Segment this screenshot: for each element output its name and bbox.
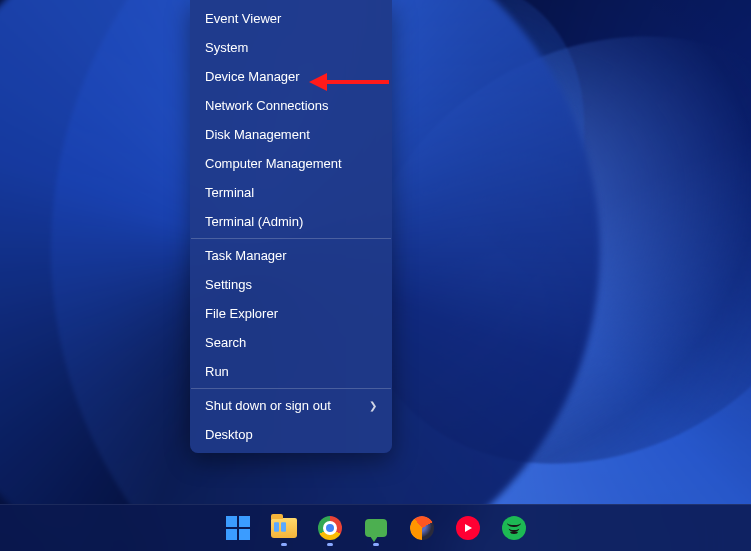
running-indicator (281, 543, 287, 546)
menu-item-label: Desktop (205, 427, 253, 442)
menu-separator (191, 388, 391, 389)
menu-item-label: Device Manager (205, 69, 300, 84)
folder-icon (271, 518, 297, 538)
windows-logo-icon (226, 516, 250, 540)
youtube-music-icon (456, 516, 480, 540)
chat-button[interactable] (357, 509, 395, 547)
menu-item-desktop[interactable]: Desktop (190, 420, 392, 449)
winx-power-menu: Event Viewer System Device Manager Netwo… (190, 0, 392, 453)
menu-item-label: Settings (205, 277, 252, 292)
menu-item-computer-management[interactable]: Computer Management (190, 149, 392, 178)
menu-item-label: Shut down or sign out (205, 398, 331, 413)
menu-item-search[interactable]: Search (190, 328, 392, 357)
menu-item-disk-management[interactable]: Disk Management (190, 120, 392, 149)
menu-item-terminal-admin[interactable]: Terminal (Admin) (190, 207, 392, 236)
menu-item-network-connections[interactable]: Network Connections (190, 91, 392, 120)
chrome-button[interactable] (311, 509, 349, 547)
youtube-music-button[interactable] (449, 509, 487, 547)
running-indicator (373, 543, 379, 546)
chat-icon (365, 519, 387, 537)
menu-separator (191, 238, 391, 239)
menu-item-event-viewer[interactable]: Event Viewer (190, 4, 392, 33)
menu-item-run[interactable]: Run (190, 357, 392, 386)
menu-item-system[interactable]: System (190, 33, 392, 62)
menu-item-label: Terminal (205, 185, 254, 200)
firefox-icon (410, 516, 434, 540)
menu-item-label: Search (205, 335, 246, 350)
menu-item-task-manager[interactable]: Task Manager (190, 241, 392, 270)
menu-item-label: Computer Management (205, 156, 342, 171)
annotation-arrow (309, 73, 389, 91)
menu-item-label: System (205, 40, 248, 55)
menu-item-label: Terminal (Admin) (205, 214, 303, 229)
firefox-button[interactable] (403, 509, 441, 547)
start-button[interactable] (219, 509, 257, 547)
spotify-button[interactable] (495, 509, 533, 547)
chevron-right-icon: ❯ (369, 400, 377, 411)
chrome-icon (318, 516, 342, 540)
menu-item-label: Run (205, 364, 229, 379)
menu-item-label: Task Manager (205, 248, 287, 263)
spotify-icon (502, 516, 526, 540)
menu-item-label: File Explorer (205, 306, 278, 321)
menu-item-settings[interactable]: Settings (190, 270, 392, 299)
menu-item-label: Event Viewer (205, 11, 281, 26)
running-indicator (327, 543, 333, 546)
menu-item-file-explorer[interactable]: File Explorer (190, 299, 392, 328)
menu-item-shutdown-signout[interactable]: Shut down or sign out ❯ (190, 391, 392, 420)
menu-item-label: Network Connections (205, 98, 329, 113)
file-explorer-button[interactable] (265, 509, 303, 547)
taskbar (0, 504, 751, 551)
menu-item-terminal[interactable]: Terminal (190, 178, 392, 207)
menu-item-label: Disk Management (205, 127, 310, 142)
